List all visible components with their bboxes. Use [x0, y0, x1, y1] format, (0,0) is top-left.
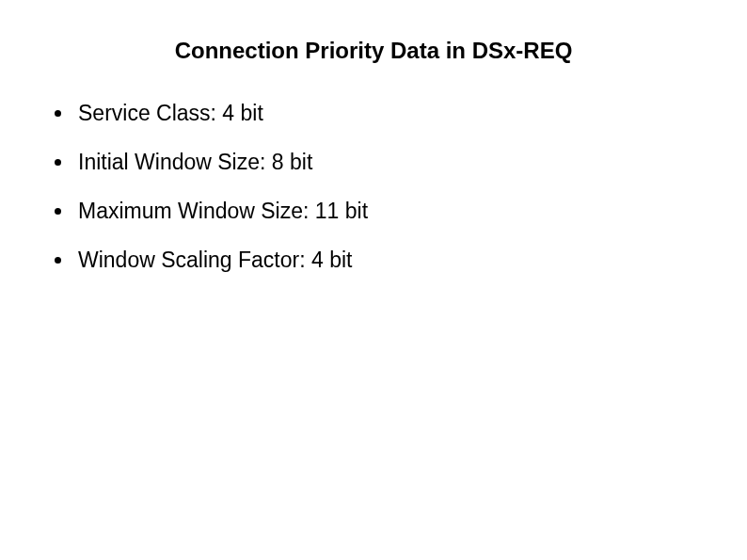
- bullet-icon: [55, 208, 61, 215]
- list-item: Maximum Window Size: 11 bit: [47, 198, 700, 226]
- bullet-text: Initial Window Size: 8 bit: [78, 149, 312, 177]
- bullet-icon: [55, 110, 61, 117]
- bullet-text: Window Scaling Factor: 4 bit: [78, 247, 352, 275]
- bullet-icon: [55, 159, 61, 166]
- bullet-text: Maximum Window Size: 11 bit: [78, 198, 368, 226]
- list-item: Window Scaling Factor: 4 bit: [47, 247, 700, 275]
- bullet-list: Service Class: 4 bit Initial Window Size…: [47, 100, 700, 275]
- list-item: Service Class: 4 bit: [47, 100, 700, 128]
- slide-title: Connection Priority Data in DSx-REQ: [103, 38, 644, 64]
- bullet-text: Service Class: 4 bit: [78, 100, 263, 128]
- bullet-icon: [55, 257, 61, 264]
- list-item: Initial Window Size: 8 bit: [47, 149, 700, 177]
- slide-container: Connection Priority Data in DSx-REQ Serv…: [0, 0, 747, 560]
